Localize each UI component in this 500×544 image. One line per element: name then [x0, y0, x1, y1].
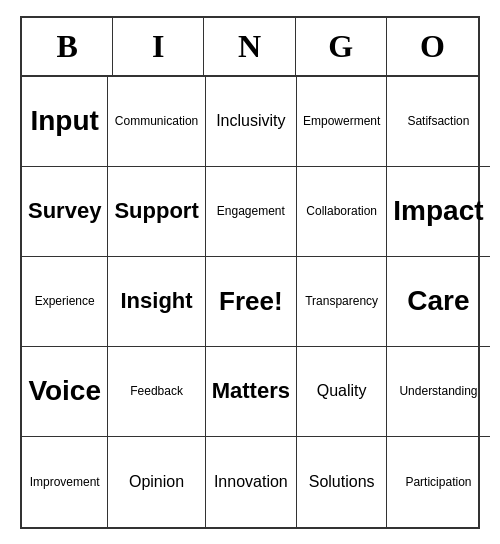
bingo-grid: InputCommunicationInclusivityEmpowerment… — [22, 77, 478, 527]
bingo-cell: Engagement — [206, 167, 297, 257]
header-letter: O — [387, 18, 478, 75]
bingo-cell: Inclusivity — [206, 77, 297, 167]
bingo-cell: Care — [387, 257, 489, 347]
bingo-card: BINGO InputCommunicationInclusivityEmpow… — [20, 16, 480, 529]
bingo-cell: Quality — [297, 347, 387, 437]
cell-text: Input — [30, 105, 98, 137]
cell-text: Voice — [28, 375, 101, 407]
bingo-cell: Innovation — [206, 437, 297, 527]
bingo-cell: Support — [108, 167, 205, 257]
cell-text: Communication — [115, 114, 198, 128]
cell-text: Survey — [28, 198, 101, 224]
bingo-cell: Voice — [22, 347, 108, 437]
header-letter: I — [113, 18, 204, 75]
cell-text: Understanding — [399, 384, 477, 398]
cell-text: Opinion — [129, 473, 184, 491]
bingo-cell: Feedback — [108, 347, 205, 437]
cell-text: Participation — [405, 475, 471, 489]
header-letter: B — [22, 18, 113, 75]
bingo-cell: Insight — [108, 257, 205, 347]
bingo-cell: Understanding — [387, 347, 489, 437]
bingo-cell: Improvement — [22, 437, 108, 527]
bingo-cell: Empowerment — [297, 77, 387, 167]
bingo-cell: Satifsaction — [387, 77, 489, 167]
cell-text: Transparency — [305, 294, 378, 308]
bingo-cell: Matters — [206, 347, 297, 437]
bingo-cell: Input — [22, 77, 108, 167]
cell-text: Feedback — [130, 384, 183, 398]
cell-text: Inclusivity — [216, 112, 285, 130]
bingo-cell: Transparency — [297, 257, 387, 347]
cell-text: Empowerment — [303, 114, 380, 128]
bingo-cell: Survey — [22, 167, 108, 257]
bingo-cell: Experience — [22, 257, 108, 347]
header-letter: G — [296, 18, 387, 75]
bingo-cell: Participation — [387, 437, 489, 527]
bingo-cell: Collaboration — [297, 167, 387, 257]
cell-text: Solutions — [309, 473, 375, 491]
cell-text: Care — [407, 285, 469, 317]
bingo-cell: Communication — [108, 77, 205, 167]
cell-text: Collaboration — [306, 204, 377, 218]
cell-text: Free! — [219, 286, 283, 317]
bingo-cell: Free! — [206, 257, 297, 347]
cell-text: Quality — [317, 382, 367, 400]
bingo-header: BINGO — [22, 18, 478, 77]
cell-text: Support — [114, 198, 198, 224]
header-letter: N — [204, 18, 295, 75]
cell-text: Improvement — [30, 475, 100, 489]
bingo-cell: Opinion — [108, 437, 205, 527]
cell-text: Insight — [121, 288, 193, 314]
bingo-cell: Solutions — [297, 437, 387, 527]
cell-text: Impact — [393, 195, 483, 227]
bingo-cell: Impact — [387, 167, 489, 257]
cell-text: Innovation — [214, 473, 288, 491]
cell-text: Satifsaction — [407, 114, 469, 128]
cell-text: Engagement — [217, 204, 285, 218]
cell-text: Experience — [35, 294, 95, 308]
cell-text: Matters — [212, 378, 290, 404]
